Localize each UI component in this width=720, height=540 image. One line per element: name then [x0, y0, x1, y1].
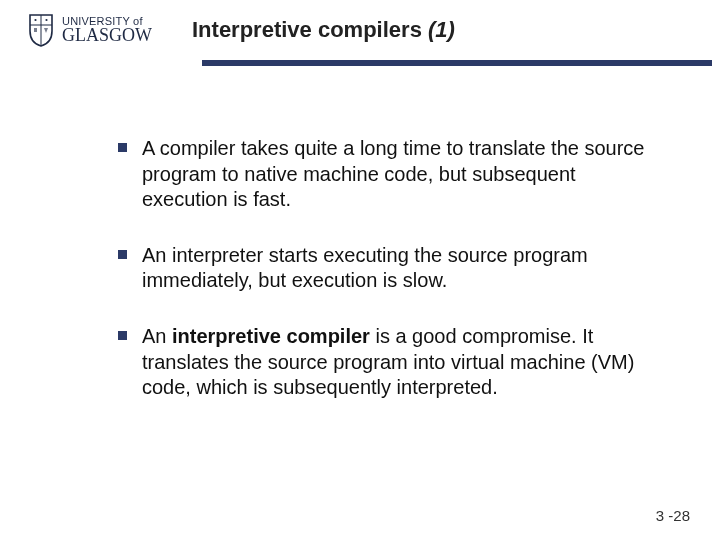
topbar: UNIVERSITY of GLASGOW Interpretive compi…	[0, 0, 720, 60]
svg-point-2	[34, 19, 36, 21]
svg-rect-4	[34, 28, 37, 32]
slide-content: A compiler takes quite a long time to tr…	[0, 66, 720, 401]
university-name-bottom: GLASGOW	[62, 25, 152, 46]
university-name: UNIVERSITY of GLASGOW	[62, 15, 152, 46]
svg-point-3	[45, 19, 47, 21]
crest-icon	[28, 13, 54, 47]
list-item: An interpreter starts executing the sour…	[118, 243, 660, 294]
bullet-text-bold: interpretive compiler	[172, 325, 370, 347]
slide-title-wrap: Interpretive compilers (1)	[192, 17, 455, 43]
slide-title: Interpretive compilers (1)	[192, 17, 455, 42]
slide-title-suffix: (1)	[428, 17, 455, 42]
bullet-list: A compiler takes quite a long time to tr…	[118, 136, 660, 401]
bullet-text-pre: An	[142, 325, 172, 347]
list-item: An interpretive compiler is a good compr…	[118, 324, 660, 401]
page-number: 3 -28	[656, 507, 690, 524]
university-logo: UNIVERSITY of GLASGOW	[0, 13, 152, 47]
bullet-text-pre: An interpreter starts executing the sour…	[142, 244, 588, 292]
slide: UNIVERSITY of GLASGOW Interpretive compi…	[0, 0, 720, 540]
slide-title-main: Interpretive compilers	[192, 17, 428, 42]
list-item: A compiler takes quite a long time to tr…	[118, 136, 660, 213]
bullet-text-pre: A compiler takes quite a long time to tr…	[142, 137, 645, 210]
